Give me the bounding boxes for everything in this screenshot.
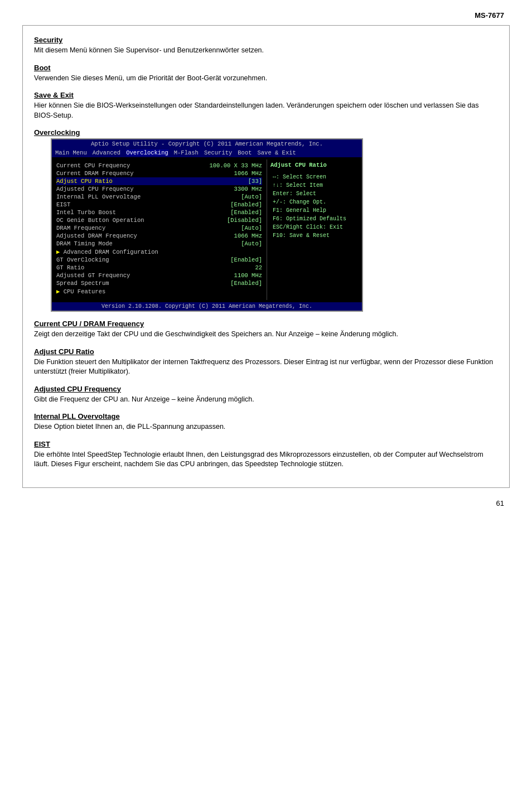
bios-menu-bar: Main Menu Advanced Overclocking M-Flash … [52,148,362,157]
pll-desc: Diese Option bietet Ihnen an, die PLL-Sp… [34,422,498,432]
bios-row-value: [Enabled] [217,257,262,263]
eist-title: EIST [34,440,498,448]
adjust-cpu-title: Adjust CPU Ratio [34,347,498,356]
bios-help-line: Enter: Select [273,190,356,198]
bios-help-line: ↑↓: Select Item [273,181,356,190]
save-exit-desc: Hier können Sie die BIOS-Werkseinstellun… [34,101,498,120]
eist-desc: Die erhöhte Intel SpeedStep Technologie … [34,450,498,470]
bios-right-panel: Adjust CPU Ratio ↔: Select Screen↑↓: Sel… [267,159,362,300]
bios-row-label: DRAM Frequency [56,225,217,231]
bios-row[interactable]: OC Genie Button Operation[Disabled] [56,216,262,224]
section-boot: Boot Verwenden Sie dieses Menü, um die P… [34,64,498,84]
bios-row-value: [Enabled] [217,280,262,287]
section-security: Security Mit diesem Menü können Sie Supe… [34,36,498,56]
bios-row-label: Adjusted GT Frequency [56,272,217,279]
bios-status-bar: Version 2.10.1208. Copyright (C) 2011 Am… [52,302,362,311]
adjusted-cpu-desc: Gibt die Frequenz der CPU an. Nur Anzeig… [34,395,498,405]
security-title: Security [34,36,498,44]
bios-right-header: Adjust CPU Ratio [270,162,359,168]
bios-row-value [217,248,262,255]
bios-row-value: [Auto] [217,194,262,200]
bios-row[interactable]: CPU Features [56,287,262,296]
bios-row-value: [33] [217,178,262,185]
bios-row-value: [Disabled] [217,217,262,224]
bios-row[interactable]: Adjusted DRAM Frequency1066 MHz [56,232,262,240]
cpu-dram-title: Current CPU / DRAM Frequency [34,320,498,328]
bios-row[interactable]: DRAM Timing Mode[Auto] [56,240,262,248]
adjusted-cpu-title: Adjusted CPU Frequency [34,385,498,393]
detail-section-eist: EIST Die erhöhte Intel SpeedStep Technol… [34,440,498,470]
bios-row-value: [Auto] [217,225,262,231]
bios-row-label: Adjusted DRAM Frequency [56,233,217,239]
bios-row[interactable]: Adjusted GT Frequency1100 MHz [56,272,262,279]
save-exit-title: Save & Exit [34,91,498,99]
bios-row[interactable]: DRAM Frequency[Auto] [56,224,262,232]
bios-menu-main[interactable]: Main Menu [55,149,87,156]
bios-row-value: 100.00 X 33 MHz [209,162,262,169]
bios-row-value: [Enabled] [217,209,262,216]
bios-row-value: 1066 MHz [217,233,262,239]
security-desc: Mit diesem Menü können Sie Supervisor- u… [34,46,498,56]
bios-row[interactable]: Adjusted CPU Frequency3300 MHz [56,185,262,193]
bios-row[interactable]: GT Ratio22 [56,264,262,272]
bios-row-value: 22 [217,264,262,271]
section-save-exit: Save & Exit Hier können Sie die BIOS-Wer… [34,91,498,120]
bios-help-line: F6: Optimized Defaults [273,215,356,223]
bios-left-panel: Current CPU Frequency100.00 X 33 MHzCurr… [52,159,267,300]
bios-menu-mflash[interactable]: M-Flash [174,149,199,156]
bios-menu-boot[interactable]: Boot [238,149,252,156]
bios-title-bar: Aptio Setup Utility - Copyright (C) 2011… [52,139,362,148]
bios-menu-save-exit[interactable]: Save & Exit [258,149,296,156]
bios-help-line: ↔: Select Screen [273,173,356,181]
bios-help-line: +/-: Change Opt. [273,198,356,206]
bios-row[interactable]: Spread Spectrum[Enabled] [56,279,262,287]
model-number: MS-7677 [475,11,504,20]
bios-row-label: GT OverClocking [56,257,217,263]
bios-row-label: Advanced DRAM Configuration [56,248,217,255]
bios-menu-overclocking[interactable]: Overclocking [126,149,168,156]
bios-row-label: OC Genie Button Operation [56,217,217,224]
boot-desc: Verwenden Sie dieses Menü, um die Priori… [34,74,498,84]
page-number: 61 [22,499,510,507]
detail-section-cpu-dram: Current CPU / DRAM Frequency Zeigt den d… [34,320,498,340]
bios-row-value: [Enabled] [217,201,262,208]
bios-row-label: EIST [56,201,217,208]
bios-row[interactable]: Current CPU Frequency100.00 X 33 MHz [56,162,262,170]
overclocking-title: Overclocking [34,128,498,137]
bios-row-label: Current CPU Frequency [56,162,209,169]
bios-row-value: 1100 MHz [217,272,262,279]
bios-row-label: Internal PLL Overvoltage [56,194,217,200]
bios-row[interactable]: Internal PLL Overvoltage[Auto] [56,193,262,201]
bios-screenshot: Aptio Setup Utility - Copyright (C) 2011… [51,138,363,312]
bios-row[interactable]: GT OverClocking[Enabled] [56,256,262,264]
bios-row[interactable]: Intel Turbo Boost[Enabled] [56,209,262,216]
bios-row-value [217,288,262,295]
boot-title: Boot [34,64,498,72]
detail-section-adjusted-cpu: Adjusted CPU Frequency Gibt die Frequenz… [34,385,498,405]
detail-section-pll: Internal PLL Overvoltage Diese Option bi… [34,412,498,432]
bios-row-label: Current DRAM Frequency [56,170,217,177]
bios-row-label: CPU Features [56,288,217,295]
bios-row-label: Adjusted CPU Frequency [56,186,217,192]
bios-row-label: Intel Turbo Boost [56,209,217,216]
adjust-cpu-desc: Die Funktion steuert den Multiplikator d… [34,357,498,377]
bios-row[interactable]: EIST[Enabled] [56,201,262,209]
bios-row-label: GT Ratio [56,264,217,271]
pll-title: Internal PLL Overvoltage [34,412,498,420]
bios-menu-advanced[interactable]: Advanced [93,149,120,156]
bios-body: Current CPU Frequency100.00 X 33 MHzCurr… [52,157,362,302]
bios-row-label: Adjust CPU Ratio [56,178,217,185]
bios-help-line: ESC/Right Click: Exit [273,223,356,231]
cpu-dram-desc: Zeigt den derzeitige Takt der CPU und di… [34,330,498,340]
page-header: MS-7677 [22,11,510,20]
bios-row-label: Spread Spectrum [56,280,217,287]
bios-menu-security[interactable]: Security [204,149,232,156]
bios-row-label: DRAM Timing Mode [56,240,217,247]
bios-row[interactable]: Advanced DRAM Configuration [56,248,262,256]
bios-row[interactable]: Adjust CPU Ratio[33] [56,177,262,185]
detail-section-adjust-cpu: Adjust CPU Ratio Die Funktion steuert de… [34,347,498,377]
bios-help-line: F1: General Help [273,206,356,215]
bios-row-value: 3300 MHz [217,186,262,192]
bios-help-line: F10: Save & Reset [273,231,356,240]
bios-row[interactable]: Current DRAM Frequency1066 MHz [56,170,262,177]
